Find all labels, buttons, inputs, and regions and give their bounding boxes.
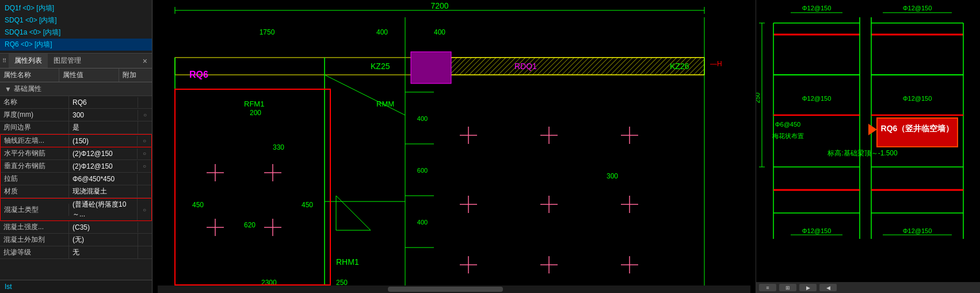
prop-value-vert-rebar[interactable]: (2)Φ12@150 [69,161,138,172]
svg-text:400: 400 [434,28,445,36]
svg-text:620: 620 [244,221,256,229]
svg-text:RQ6: RQ6 [189,70,208,79]
prop-row-thickness: 厚度(mm) 300 ○ [0,109,152,121]
left-panel: DQ1f <0> [内墙] SDQ1 <0> [内墙] SDQ1a <0> [内… [0,0,152,293]
svg-text:Φ12@150: Φ12@150 [903,5,932,12]
svg-text:▶: ▶ [806,285,810,291]
svg-text:梅花状布置: 梅花状布置 [772,132,804,139]
tab-layers[interactable]: 图层管理 [48,54,87,68]
component-item-rq6[interactable]: RQ6 <0> [内墙] [0,39,152,51]
prop-row-material: 材质 现浇混凝土 [0,185,152,198]
svg-text:7200: 7200 [430,1,448,10]
svg-text:400: 400 [417,219,428,226]
svg-rect-0 [158,0,750,293]
svg-text:◀: ◀ [826,285,830,291]
prop-extra-material [138,191,151,193]
prop-extra-boundary [138,127,152,129]
svg-text:RHM1: RHM1 [336,257,359,267]
cad-view[interactable]: 7200 1750 400 400 RQ6 KZ25 RDQ1 KZ26 —H [152,0,756,293]
svg-text:Φ6@450: Φ6@450 [775,121,800,128]
prop-row-stirrup: 拉筋 Φ6@450*450 [0,173,152,185]
svg-text:RMM: RMM [376,100,394,108]
prop-table-header: 属性名称 属性值 附加 [0,69,152,82]
prop-row-concrete-grade: 混凝土强度... (C35) [0,221,152,234]
prop-label-vert-rebar: 垂直分布钢筋 [1,160,69,172]
prop-extra-waterproof [138,252,152,254]
prop-value-concrete-grade[interactable]: (C35) [69,222,138,233]
svg-text:Φ12@150: Φ12@150 [802,95,832,102]
svg-text:1750: 1750 [260,28,275,36]
prop-scroll-area[interactable]: 名称 RQ6 厚度(mm) 300 ○ 房间边界 是 轴线距左墙... (150… [0,96,152,259]
prop-value-boundary[interactable]: 是 [69,121,138,134]
prop-value-waterproof[interactable]: 无 [69,246,138,258]
prop-row-boundary: 房间边界 是 [0,121,152,134]
prop-extra-axis-dist: ○ [138,136,151,145]
prop-row-additive: 混凝土外加剂 (无) [0,234,152,246]
prop-value-axis-dist[interactable]: (150) [69,136,138,146]
col-value: 属性值 [59,69,119,82]
svg-text:200: 200 [250,109,261,117]
svg-text:标高:基础梁顶～-1.500: 标高:基础梁顶～-1.500 [827,149,898,157]
col-extra: 附加 [119,69,152,82]
prop-row-concrete-type: 混凝土类型 (普通砼(坍落度10～... ○ [0,198,152,221]
prop-label-concrete-grade: 混凝土强度... [0,221,69,233]
svg-text:Φ12@150: Φ12@150 [903,95,932,102]
prop-extra-additive [138,239,152,241]
prop-label-axis-dist: 轴线距左墙... [1,135,69,147]
component-item-sdq1[interactable]: SDQ1 <0> [内墙] [0,14,152,26]
svg-text:—H: —H [710,60,722,68]
prop-row-name: 名称 RQ6 [0,96,152,109]
prop-value-additive[interactable]: (无) [69,234,138,246]
panel-tabs: ⠿ 属性列表 图层管理 × [0,54,152,69]
prop-label-concrete-type: 混凝土类型 [1,204,69,216]
svg-text:RFM1: RFM1 [244,100,264,108]
svg-text:RDQ1: RDQ1 [514,62,537,71]
prop-row-waterproof: 抗渗等级 无 [0,246,152,259]
prop-extra-thickness: ○ [138,111,152,119]
svg-rect-10 [417,58,704,75]
prop-extra-concrete-type: ○ [138,206,151,214]
prop-extra-vert-rebar: ○ [138,162,151,170]
svg-rect-70 [388,287,503,292]
tab-props[interactable]: 属性列表 [9,54,48,68]
component-item-sdq1a[interactable]: SDQ1a <0> [内墙] [0,26,152,39]
prop-value-concrete-type[interactable]: (普通砼(坍落度10～... [69,199,138,220]
prop-value-stirrup[interactable]: Φ6@450*450 [69,174,138,184]
prop-extra-concrete-grade [138,226,152,229]
prop-label-additive: 混凝土外加剂 [0,234,69,246]
prop-value-horiz-rebar[interactable]: (2)Φ12@150 [69,149,138,159]
section-arrow-icon: ▼ [5,85,12,93]
section-header-base[interactable]: ▼ 基础属性 [0,82,152,96]
svg-text:250: 250 [336,279,348,287]
prop-label-waterproof: 抗渗等级 [0,246,69,258]
svg-text:⊞: ⊞ [785,285,790,291]
svg-text:≡: ≡ [766,285,769,291]
prop-extra-horiz-rebar: ○ [138,149,151,158]
prop-value-thickness[interactable]: 300 [69,110,138,120]
prop-value-name[interactable]: RQ6 [69,97,138,108]
prop-extra-stirrup [138,178,151,180]
svg-text:450: 450 [192,201,204,209]
prop-row-axis-dist: 轴线距左墙... (150) ○ [0,134,152,147]
svg-text:Φ12@150: Φ12@150 [802,5,832,12]
svg-text:Φ12@150: Φ12@150 [903,227,932,234]
prop-extra-name [138,101,152,104]
panel-drag-icon: ⠿ [0,55,9,66]
status-bar: Ist [0,280,152,293]
svg-text:RQ6（竖井临空墙）: RQ6（竖井临空墙） [881,124,954,133]
svg-text:330: 330 [273,143,284,151]
prop-label-stirrup: 拉筋 [1,173,69,185]
svg-text:250: 250 [756,93,761,103]
svg-text:KZ26: KZ26 [670,62,689,71]
prop-label-boundary: 房间边界 [0,121,69,134]
section-label: 基础属性 [14,84,41,94]
prop-value-material[interactable]: 现浇混凝土 [69,185,138,197]
svg-rect-11 [411,52,451,83]
svg-text:300: 300 [607,172,618,180]
right-panel: Φ12@150 Φ12@150 250 Φ12@150 Φ12@150 RQ6（… [756,0,980,293]
svg-text:KZ25: KZ25 [371,62,390,71]
svg-text:600: 600 [417,167,428,174]
panel-close-button[interactable]: × [138,54,152,68]
component-item-dq1f[interactable]: DQ1f <0> [内墙] [0,2,152,14]
svg-text:400: 400 [376,28,388,36]
